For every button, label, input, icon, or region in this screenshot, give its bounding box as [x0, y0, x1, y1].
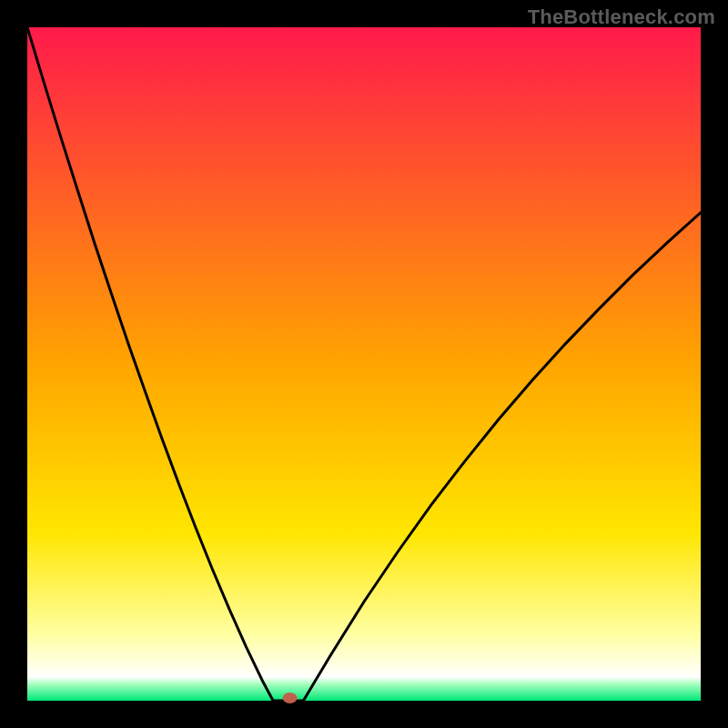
watermark-text: TheBottleneck.com: [528, 5, 715, 29]
optimal-point-marker: [283, 693, 298, 703]
chart-stage: TheBottleneck.com: [0, 0, 728, 728]
chart-svg: [0, 0, 728, 728]
